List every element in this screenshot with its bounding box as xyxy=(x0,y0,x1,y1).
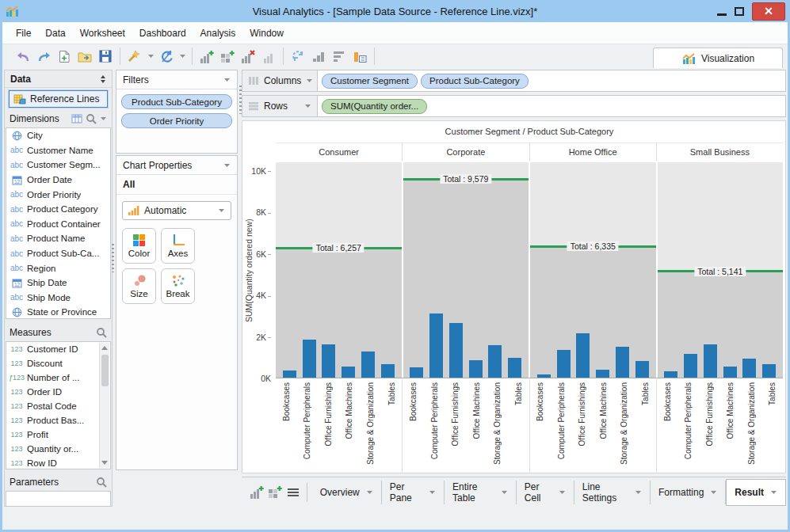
bar[interactable] xyxy=(557,350,571,378)
menu-item-analysis[interactable]: Analysis xyxy=(193,28,243,39)
measure-item[interactable]: 123Discount xyxy=(6,356,110,370)
dimension-item[interactable]: City xyxy=(6,128,110,143)
scroll-up-icon[interactable] xyxy=(100,343,110,353)
dropdown-chevron-icon[interactable] xyxy=(177,54,187,59)
tab-result[interactable]: Result xyxy=(726,479,786,506)
dimension-item[interactable]: abcRegion xyxy=(6,260,110,276)
dimension-item[interactable]: abcCustomer Segm... xyxy=(6,158,110,173)
chart-prop-color-button[interactable]: Color xyxy=(122,228,156,264)
measure-item[interactable]: 123Product Bas... xyxy=(6,413,110,428)
measure-item[interactable]: 123Postal Code xyxy=(6,399,110,413)
add-chart-icon[interactable] xyxy=(197,48,216,65)
bar[interactable] xyxy=(664,371,677,378)
remove-chart-icon[interactable] xyxy=(239,48,258,65)
bar[interactable] xyxy=(576,333,590,378)
bar[interactable] xyxy=(283,370,296,378)
panel-splitter[interactable] xyxy=(239,86,242,114)
scrollbar[interactable] xyxy=(99,343,109,468)
list-icon[interactable] xyxy=(284,483,302,502)
chart-prop-size-button[interactable]: Size xyxy=(122,268,156,304)
sort-updown-icon[interactable] xyxy=(100,74,106,84)
minimize-button[interactable] xyxy=(717,13,727,16)
reference-line-label[interactable]: Total : 6,257 xyxy=(313,243,364,253)
filter-pill[interactable]: Order Priority xyxy=(121,113,232,128)
column-pill[interactable]: Customer Segment xyxy=(322,74,418,89)
scrollbar-thumb[interactable] xyxy=(101,355,109,386)
measure-item[interactable]: ƒ123Number of ... xyxy=(6,370,110,385)
reference-line-label[interactable]: Total : 5,141 xyxy=(694,267,746,276)
bar[interactable] xyxy=(322,344,335,378)
table-icon[interactable] xyxy=(71,114,82,124)
bar[interactable] xyxy=(635,361,649,378)
columns-shelf[interactable]: Customer SegmentProduct Sub-Category xyxy=(318,70,532,91)
bar[interactable] xyxy=(410,367,423,378)
chart-prop-axes-button[interactable]: Axes xyxy=(161,228,195,264)
redo-icon[interactable] xyxy=(34,48,53,65)
row-pill[interactable]: SUM(Quantity order... xyxy=(322,99,427,114)
tab-overview[interactable]: Overview xyxy=(312,481,382,504)
bar[interactable] xyxy=(596,370,609,378)
open-folder-icon[interactable] xyxy=(75,48,94,65)
tab-per-pane[interactable]: Per Pane xyxy=(382,481,445,504)
swap-axes-icon[interactable] xyxy=(288,48,307,65)
measure-item[interactable]: 123Profit xyxy=(6,428,110,442)
bar[interactable] xyxy=(429,314,443,378)
sort-bars-icon[interactable] xyxy=(309,48,328,65)
tab-per-cell[interactable]: Per Cell xyxy=(517,481,574,504)
sort-rows-icon[interactable] xyxy=(330,48,349,65)
dropdown-chevron-icon[interactable] xyxy=(146,54,155,59)
reference-line-label[interactable]: Total : 9,579 xyxy=(440,174,491,184)
bar[interactable] xyxy=(508,358,521,378)
dimension-item[interactable]: State or Province xyxy=(6,305,110,320)
bar[interactable] xyxy=(381,364,395,378)
bar[interactable] xyxy=(723,367,737,378)
tab-line-settings[interactable]: Line Settings xyxy=(574,481,651,504)
tab-entire-table[interactable]: Entire Table xyxy=(445,481,517,504)
mark-type-dropdown[interactable]: Automatic xyxy=(122,201,231,220)
add-sheet-icon[interactable] xyxy=(248,483,266,502)
close-button[interactable] xyxy=(752,2,785,21)
menu-item-window[interactable]: Window xyxy=(242,28,291,39)
measure-item[interactable]: 123Quantity or... xyxy=(6,442,110,456)
chart-disabled-icon[interactable] xyxy=(259,48,278,65)
bar[interactable] xyxy=(303,340,316,378)
dimension-item[interactable]: abcProduct Name xyxy=(6,231,110,246)
dimension-item[interactable]: abcProduct Container xyxy=(6,217,110,232)
dimension-item[interactable]: 12Ship Date xyxy=(6,276,110,291)
bar[interactable] xyxy=(616,347,629,378)
dimension-item[interactable]: abcCustomer Name xyxy=(6,143,110,158)
scroll-down-icon[interactable] xyxy=(100,458,110,468)
save-icon[interactable] xyxy=(96,48,115,65)
bar[interactable] xyxy=(361,352,375,378)
reference-line-label[interactable]: Total : 6,335 xyxy=(567,241,619,251)
filter-pill[interactable]: Product Sub-Category xyxy=(121,94,232,109)
bar[interactable] xyxy=(704,344,717,378)
menu-item-dashboard[interactable]: Dashboard xyxy=(132,28,193,39)
bar[interactable] xyxy=(742,359,756,378)
dimension-item[interactable]: abcProduct Category xyxy=(6,202,110,217)
panel-splitter[interactable] xyxy=(112,244,114,272)
refresh-icon[interactable] xyxy=(157,48,176,65)
dimension-item[interactable]: abcShip Mode xyxy=(6,291,110,306)
data-wand-icon[interactable] xyxy=(125,48,144,65)
visualization-tab[interactable]: Visualization xyxy=(653,48,783,68)
column-pill[interactable]: Product Sub-Category xyxy=(421,74,529,89)
data-source-item[interactable]: Reference Lines xyxy=(9,90,108,108)
bar[interactable] xyxy=(537,374,551,378)
dimension-item[interactable]: abcProduct Sub-Ca... xyxy=(6,246,110,261)
add-dashboard-icon[interactable] xyxy=(266,483,284,502)
bar[interactable] xyxy=(684,354,697,378)
measure-item[interactable]: 123Order ID xyxy=(6,385,110,399)
tab-formatting[interactable]: Formatting xyxy=(651,481,726,504)
bar[interactable] xyxy=(488,345,502,378)
bar[interactable] xyxy=(449,323,463,378)
bar[interactable] xyxy=(342,367,355,378)
chevron-down-icon[interactable] xyxy=(100,116,107,121)
new-file-icon[interactable] xyxy=(55,48,74,65)
undo-icon[interactable] xyxy=(13,48,32,65)
search-icon[interactable] xyxy=(86,113,97,124)
chart-prop-break-button[interactable]: Break xyxy=(161,268,195,304)
maximize-button[interactable] xyxy=(735,7,744,16)
menu-item-file[interactable]: File xyxy=(9,28,38,39)
search-icon[interactable] xyxy=(96,477,107,488)
